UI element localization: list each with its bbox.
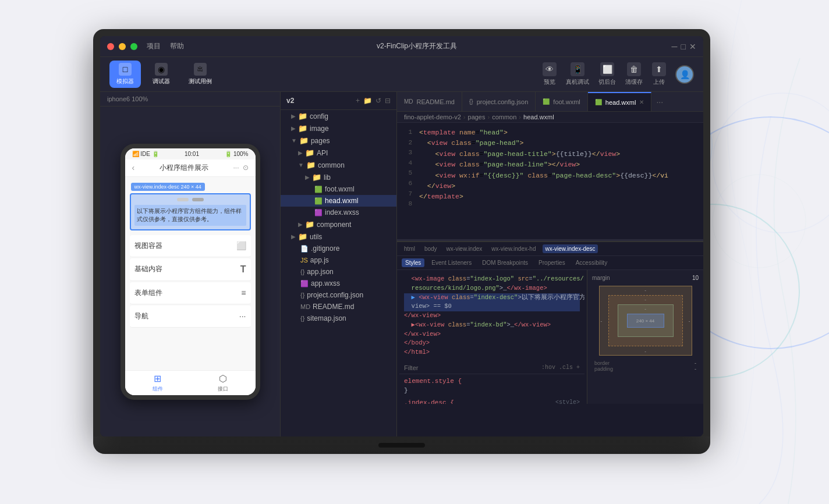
tree-item-sitemap[interactable]: {} sitemap.json — [281, 313, 396, 324]
phone-more-icon[interactable]: ··· — [233, 164, 239, 172]
tree-item-gitignore[interactable]: 📄 .gitignore — [281, 243, 396, 254]
filter-pseudo[interactable]: :hov .cls + — [541, 364, 580, 371]
phone-tab-component[interactable]: ⊞ 组件 — [153, 373, 163, 393]
svg-point-1 — [713, 175, 806, 268]
tree-item-app-js[interactable]: JS app.js — [281, 254, 396, 266]
tree-item-foot-wxml[interactable]: 🟩 foot.wxml — [281, 183, 396, 195]
minimize-win-icon[interactable]: ─ — [672, 42, 678, 51]
tree-label-sitemap: sitemap.json — [307, 314, 346, 322]
tree-file-icon-head: 🟩 — [314, 197, 323, 205]
tree-refresh-icon[interactable]: ↺ — [375, 97, 381, 105]
tab-head-icon: 🟩 — [595, 99, 602, 105]
html-tab-body[interactable]: body — [422, 244, 440, 253]
menu-item-1[interactable]: 基础内容 T — [130, 258, 251, 281]
clear-cache-action[interactable]: 🗑 清缓存 — [625, 62, 643, 86]
line-num-2: 2 — [402, 138, 412, 148]
bm-margin-right-val: - — [689, 318, 690, 324]
user-avatar[interactable]: 👤 — [675, 65, 694, 84]
tree-label-appjson: app.json — [307, 268, 333, 276]
devtools-tab-properties[interactable]: Properties — [535, 258, 569, 267]
devtools-tab-accessibility[interactable]: Accessibility — [572, 258, 611, 267]
menu-item-icon-2: ≡ — [241, 288, 246, 297]
simulate-button[interactable]: □ 模拟器 — [109, 61, 141, 88]
menu-help[interactable]: 帮助 — [170, 41, 184, 51]
tree-item-app-wxss[interactable]: 🟪 app.wxss — [281, 278, 396, 289]
bm-label-padding: padding — [594, 366, 613, 372]
tree-folder-icon-config: 📁 — [298, 112, 307, 120]
tab-head-close[interactable]: ✕ — [639, 99, 644, 105]
tree-arrow-lib: ▶ — [305, 174, 310, 180]
tree-item-lib[interactable]: ▶ 📁 lib — [281, 171, 396, 183]
cut-backend-action[interactable]: ⬜ 切后台 — [598, 62, 616, 86]
highlight-text: 以下将展示小程序官方组件能力，组件样式仅供参考，直接仅供参考。 — [134, 205, 246, 226]
tree-item-project-config[interactable]: {} project.config.json — [281, 289, 396, 301]
tree-item-readme[interactable]: MD README.md — [281, 301, 396, 313]
bm-content-box: 240 × 44 — [627, 314, 664, 328]
breadcrumb-item-1[interactable]: pages — [468, 113, 486, 120]
tab-foot-label: foot.wxml — [553, 98, 580, 105]
devtools-tab-dom-breakpoints[interactable]: DOM Breakpoints — [479, 258, 532, 267]
line-num-5: 5 — [402, 168, 412, 179]
tab-head-wxml[interactable]: 🟩 head.wxml ✕ — [588, 92, 652, 111]
code-editor[interactable]: 1 2 3 4 5 6 7 8 <template name="head"> — [397, 123, 703, 239]
phone-back[interactable]: ‹ — [132, 163, 135, 172]
phone-dots-icon[interactable]: ⊙ — [243, 164, 249, 172]
tree-item-utils[interactable]: ▶ 📁 utils — [281, 230, 396, 243]
tree-item-image[interactable]: ▶ 📁 image — [281, 122, 396, 134]
tree-item-app-json[interactable]: {} app.json — [281, 266, 396, 278]
tab-foot-wxml[interactable]: 🟩 foot.wxml — [536, 92, 587, 111]
tree-item-common[interactable]: ▼ 📁 common — [281, 159, 396, 171]
upload-action[interactable]: ⬆ 上传 — [652, 62, 666, 86]
maximize-win-icon[interactable]: □ — [681, 42, 686, 51]
devtools-tab-event[interactable]: Event Listeners — [428, 258, 475, 267]
menu-project[interactable]: 项目 — [147, 41, 161, 51]
styles-filter-input[interactable] — [404, 364, 537, 371]
breadcrumb-item-2[interactable]: common — [492, 113, 516, 120]
breadcrumb: fino-applet-demo-v2 › pages › common › h… — [397, 112, 703, 123]
tab-readme[interactable]: MD README.md — [397, 92, 462, 111]
html-tab-index[interactable]: wx-view.index — [444, 244, 485, 253]
html-line-7: </body> — [404, 339, 580, 348]
html-line-1: resources/kind/logo.png">_</wx-image> — [404, 284, 580, 293]
tree-item-pages[interactable]: ▼ 📁 pages — [281, 134, 396, 147]
tab-project-config[interactable]: {} project.config.json — [462, 92, 536, 111]
phone-tab-interface[interactable]: ⬡ 接口 — [218, 373, 228, 393]
test-button[interactable]: 出 测试用例 — [182, 61, 219, 88]
devtools-tab-styles[interactable]: Styles — [402, 258, 424, 267]
code-line-2: <view class="page-head"> — [414, 138, 703, 148]
close-win-icon[interactable]: ✕ — [689, 42, 696, 51]
minimize-button[interactable] — [119, 43, 126, 50]
tree-item-index-wxss[interactable]: 🟪 index.wxss — [281, 207, 396, 218]
menu-item-2[interactable]: 表单组件 ≡ — [130, 282, 251, 304]
close-button[interactable] — [107, 43, 114, 50]
tree-item-api[interactable]: ▶ 📁 API — [281, 147, 396, 159]
html-tab-index-hd[interactable]: wx-view.index-hd — [489, 244, 538, 253]
breadcrumb-item-0[interactable]: fino-applet-demo-v2 — [404, 113, 461, 120]
real-device-action[interactable]: 📱 真机调试 — [566, 62, 589, 86]
tree-item-config[interactable]: ▶ 📁 config — [281, 110, 396, 122]
maximize-button[interactable] — [130, 43, 137, 50]
file-tree-panel: v2 + 📁 ↺ ⊟ ▶ 📁 config — [281, 92, 397, 436]
tree-item-component[interactable]: ▶ 📁 component — [281, 218, 396, 230]
debug-button[interactable]: ◉ 调试器 — [146, 61, 177, 88]
menu-item-3[interactable]: 导航 ··· — [130, 306, 251, 328]
tab-more-button[interactable]: ··· — [651, 97, 668, 107]
tree-label-appwxss: app.wxss — [311, 279, 340, 288]
html-tab-index-desc[interactable]: wx-view.index-desc — [543, 244, 597, 253]
tree-new-file-icon[interactable]: + — [356, 97, 360, 105]
code-line-3: <view class="page-head-title">{{title}}<… — [414, 149, 703, 159]
html-tab-html[interactable]: html — [402, 244, 417, 253]
css-comment-style: <style> — [555, 398, 580, 404]
menu-item-icon-3: ··· — [239, 311, 246, 321]
tab-interface-icon: ⬡ — [219, 373, 227, 384]
breadcrumb-sep-0: › — [463, 113, 466, 120]
preview-action[interactable]: 👁 预览 — [543, 62, 557, 86]
tree-label-foot: foot.wxml — [325, 185, 355, 193]
bottom-section: html body wx-view.index wx-view.index-hd… — [397, 241, 703, 404]
bm-val-border: - — [695, 360, 696, 366]
menu-item-0[interactable]: 视图容器 ⬜ — [130, 235, 251, 257]
code-panel: MD README.md {} project.config.json 🟩 fo… — [397, 92, 703, 436]
tree-collapse-icon[interactable]: ⊟ — [385, 97, 391, 105]
tree-new-folder-icon[interactable]: 📁 — [363, 97, 372, 105]
tree-item-head-wxml[interactable]: 🟩 head.wxml — [281, 195, 396, 207]
